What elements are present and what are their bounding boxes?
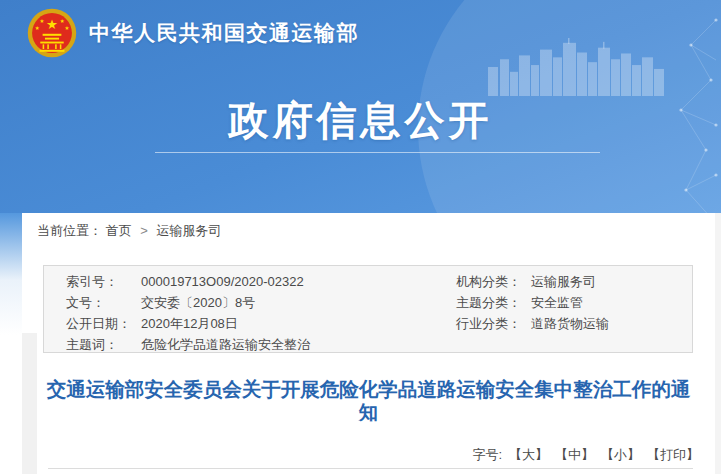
- table-row: 文号： 交安委〔2020〕8号 主题分类： 安全监管: [66, 292, 692, 313]
- national-emblem-icon: ★ ★ ★ ★ ★: [27, 8, 77, 58]
- meta-label: 公开日期：: [66, 313, 141, 334]
- meta-label: 机构分类：: [456, 271, 531, 292]
- svg-text:★: ★: [35, 25, 40, 31]
- fontsize-small-button[interactable]: 【小】: [601, 447, 640, 462]
- page-title: 政府信息公开: [0, 93, 721, 148]
- meta-value: 2020年12月08日: [141, 313, 456, 334]
- breadcrumb-separator: >: [140, 223, 148, 238]
- fontsize-label: 字号:: [472, 447, 502, 462]
- breadcrumb: 当前位置： 首页 > 运输服务司: [37, 222, 221, 240]
- svg-text:★: ★: [39, 18, 44, 24]
- table-row: 公开日期： 2020年12月08日 行业分类： 道路货物运输: [66, 313, 692, 334]
- print-button[interactable]: 【打印】: [647, 447, 699, 462]
- left-gutter-strip: [22, 333, 37, 474]
- meta-value: 000019713O09/2020-02322: [141, 271, 456, 292]
- breadcrumb-section-link[interactable]: 运输服务司: [156, 223, 221, 238]
- document-title: 交通运输部安全委员会关于开展危险化学品道路运输安全集中整治工作的通知: [42, 378, 695, 424]
- meta-value: 道路货物运输: [531, 313, 692, 334]
- meta-value: [531, 334, 692, 355]
- content-card: 当前位置： 首页 > 运输服务司 索引号： 000019713O09/2020-…: [22, 213, 715, 474]
- site-title: 中华人民共和国交通运输部: [89, 19, 359, 47]
- svg-text:★: ★: [46, 17, 58, 32]
- svg-text:★: ★: [64, 25, 69, 31]
- meta-label: 主题分类：: [456, 292, 531, 313]
- meta-label: 索引号：: [66, 271, 141, 292]
- table-row: 索引号： 000019713O09/2020-02322 机构分类： 运输服务司: [66, 271, 692, 292]
- site-brand: ★ ★ ★ ★ ★ 中华人民共和国交通运输部: [27, 8, 359, 58]
- meta-label: 文号：: [66, 292, 141, 313]
- meta-value: 安全监管: [531, 292, 692, 313]
- fontsize-large-button[interactable]: 【大】: [509, 447, 548, 462]
- right-edge-strip: [715, 213, 721, 474]
- meta-label: 行业分类：: [456, 313, 531, 334]
- meta-value: 交安委〔2020〕8号: [141, 292, 456, 313]
- breadcrumb-home-link[interactable]: 首页: [106, 223, 132, 238]
- title-underline: [155, 152, 600, 153]
- fontsize-medium-button[interactable]: 【中】: [555, 447, 594, 462]
- site-banner: ★ ★ ★ ★ ★ 中华人民共和国交通运输部 政府信息公开: [0, 0, 721, 213]
- meta-table: 索引号： 000019713O09/2020-02322 机构分类： 运输服务司…: [43, 265, 693, 353]
- meta-value: 危险化学品道路运输安全整治: [141, 334, 456, 355]
- table-row: 主题词： 危险化学品道路运输安全整治: [66, 334, 692, 355]
- meta-label: 主题词：: [66, 334, 141, 355]
- fontsize-toolbar: 字号:【大】【中】【小】【打印】: [472, 446, 699, 464]
- bottom-divider: [48, 468, 693, 469]
- meta-value: 运输服务司: [531, 271, 692, 292]
- meta-label: [456, 334, 531, 355]
- breadcrumb-label: 当前位置：: [37, 223, 102, 238]
- svg-text:★: ★: [60, 18, 65, 24]
